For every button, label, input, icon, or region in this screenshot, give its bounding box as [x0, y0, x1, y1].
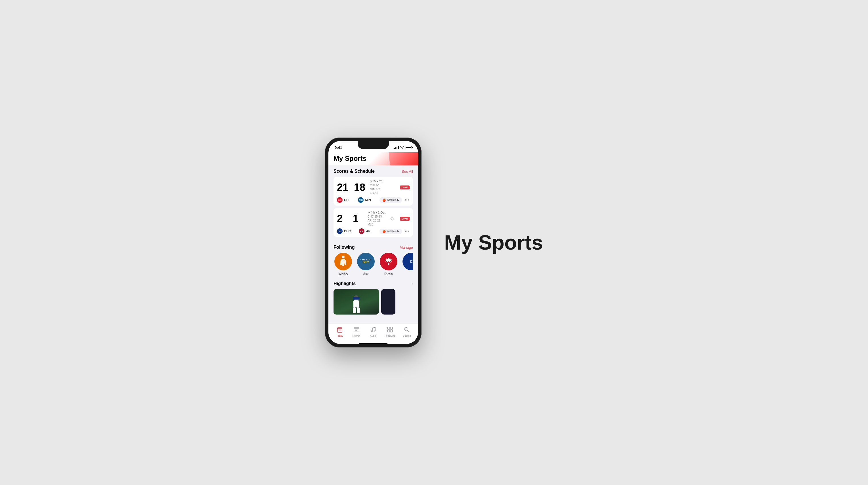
game2-watch-button[interactable]: 🍎 Watch in tv	[379, 229, 402, 234]
game1-away-score: 18	[354, 182, 365, 193]
page-wrapper: 9:41	[0, 137, 868, 348]
scores-header: Scores & Schedule See All	[334, 169, 413, 174]
following-icon	[387, 326, 393, 334]
newsplus-icon	[353, 326, 360, 334]
manage-button[interactable]: Manage	[400, 245, 413, 250]
game2-home-record: CHC 15-23	[368, 215, 385, 219]
game2-away-score: 1	[353, 214, 363, 224]
team-item-wnba[interactable]: WNBA	[334, 253, 353, 276]
svg-rect-24	[390, 330, 393, 332]
cubs-icon: C	[405, 256, 413, 267]
following-title: Following	[334, 245, 355, 250]
svg-point-0	[342, 256, 345, 258]
tab-following[interactable]: Following	[383, 326, 397, 337]
team-item-sky[interactable]: CHICAGO SKY Sky	[356, 253, 375, 276]
highlight-card-1[interactable]	[334, 289, 379, 315]
notch	[358, 141, 389, 149]
following-header: Following Manage	[334, 245, 413, 250]
svg-rect-9	[353, 299, 355, 299]
devils-circle	[380, 253, 397, 270]
audio-icon	[370, 326, 376, 334]
team-item-cubs[interactable]: C C	[402, 253, 413, 276]
scores-title: Scores & Schedule	[334, 169, 375, 174]
svg-point-20	[374, 330, 375, 331]
status-time: 9:41	[335, 146, 342, 150]
svg-rect-14	[340, 330, 341, 330]
game2-home-team: CHC CHC	[337, 228, 351, 234]
svg-text:C: C	[410, 259, 413, 264]
game1-live-badge: LIVE	[400, 186, 410, 190]
game2-more-button[interactable]: •••	[404, 229, 410, 233]
svg-rect-22	[390, 327, 393, 329]
tab-audio[interactable]: Audio	[367, 326, 380, 337]
ari-logo: ARI	[359, 228, 365, 234]
chi-logo: CHI	[337, 197, 343, 203]
game1-home-name: CHI	[344, 198, 349, 202]
big-page-title: My Sports	[444, 231, 543, 254]
svg-rect-11	[353, 308, 356, 313]
app-title: My Sports	[334, 155, 413, 163]
game1-card[interactable]: 21 18 0:35 • Q1 CHI 1-1 MIN 1-2 ESPN3	[334, 177, 413, 206]
highlight-card-2[interactable]	[381, 289, 395, 315]
game1-more-button[interactable]: •••	[404, 198, 410, 202]
highlights-arrow[interactable]: ›	[411, 281, 413, 286]
see-all-button[interactable]: See All	[401, 169, 413, 173]
highlight-bg-1	[334, 289, 379, 315]
game1-watch-button[interactable]: 🍎 Watch in tv	[379, 197, 402, 203]
game2-away-name: ARI	[366, 229, 371, 233]
game1-top: 21 18 0:35 • Q1 CHI 1-1 MIN 1-2 ESPN3	[337, 180, 410, 195]
svg-rect-13	[339, 330, 339, 330]
game1-status: 0:35 • Q1	[370, 180, 383, 183]
game1-network: ESPN3	[370, 191, 383, 195]
app-header: My Sports	[329, 152, 418, 165]
sky-icon: CHICAGO SKY	[360, 256, 372, 267]
game1-home-score: 21	[337, 182, 348, 193]
game2-card[interactable]: 2 1 ▼4th • 2 Out CHC 15-23 ARI 20-21	[334, 208, 413, 237]
tab-newsplus-label: News+	[352, 334, 361, 337]
watch-label-1: Watch in tv	[386, 198, 399, 201]
svg-rect-10	[353, 300, 359, 308]
game1-info: 0:35 • Q1 CHI 1-1 MIN 1-2 ESPN3	[370, 180, 383, 195]
wnba-label: WNBA	[338, 272, 348, 276]
main-content[interactable]: Scores & Schedule See All 21 18	[329, 165, 418, 324]
cubs-circle: C	[402, 253, 413, 270]
bases-diamond	[389, 215, 396, 222]
devils-icon	[383, 256, 395, 267]
wnba-icon	[338, 255, 348, 268]
game2-top: 2 1 ▼4th • 2 Out CHC 15-23 ARI 20-21	[337, 211, 410, 227]
game2-away-record: ARI 20-21	[368, 219, 385, 223]
highlights-header: Highlights ›	[334, 281, 413, 286]
tab-search[interactable]: Search	[400, 326, 413, 337]
wnba-circle	[334, 253, 352, 270]
search-icon	[404, 326, 410, 334]
apple-tv-icon-1: 🍎	[382, 198, 386, 202]
highlights-title: Highlights	[334, 281, 356, 286]
tab-today[interactable]: Today	[333, 326, 347, 337]
game1-teams-row: CHI CHI MIN MIN 🍎	[337, 197, 410, 203]
game2-home-score: 2	[337, 214, 347, 224]
tab-bar: Today News+	[329, 324, 418, 342]
phone-shell: 9:41	[325, 137, 422, 348]
game2-away-team: ARI ARI	[359, 228, 371, 234]
svg-rect-15	[354, 327, 359, 332]
home-indicator	[359, 343, 388, 344]
svg-text:SKY: SKY	[363, 260, 369, 264]
signal-icon	[394, 146, 399, 149]
svg-point-19	[371, 331, 372, 332]
status-icons	[394, 146, 412, 150]
tab-newsplus[interactable]: News+	[350, 326, 363, 337]
player-silhouette	[348, 295, 365, 315]
tab-audio-label: Audio	[370, 334, 376, 337]
game2-status: ▼4th • 2 Out	[368, 211, 385, 214]
svg-rect-21	[388, 327, 390, 329]
svg-line-26	[408, 330, 409, 332]
team-item-devils[interactable]: Devils	[379, 253, 398, 276]
scroll-content[interactable]: My Sports Scores & Schedule See All	[329, 152, 418, 344]
game2-teams-row: CHC CHC ARI ARI 🍎	[337, 228, 410, 234]
sky-circle: CHICAGO SKY	[357, 253, 375, 270]
scores-section: Scores & Schedule See All 21 18	[329, 165, 418, 241]
sky-label: Sky	[363, 272, 368, 276]
tab-search-label: Search	[403, 334, 411, 337]
game1-home-record: CHI 1-1	[370, 184, 383, 188]
svg-rect-12	[357, 308, 360, 313]
